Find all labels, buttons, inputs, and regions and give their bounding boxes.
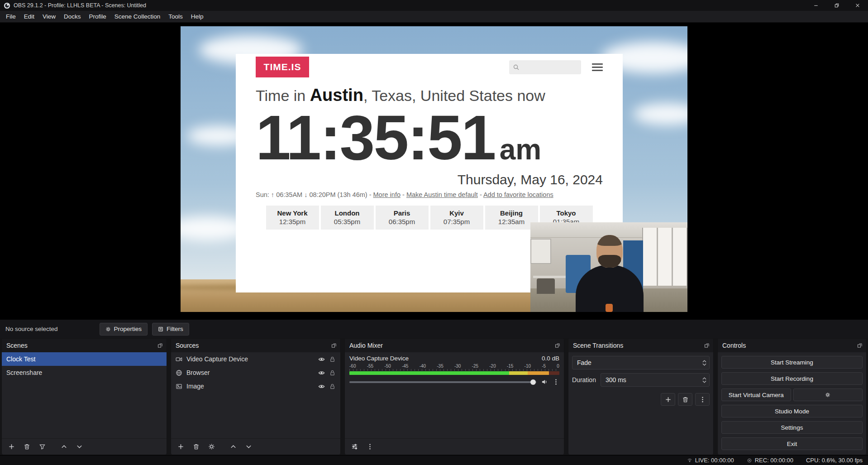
plus-icon: [8, 443, 15, 450]
scene-move-down-button[interactable]: [72, 441, 86, 453]
restore-button[interactable]: [826, 0, 847, 11]
speaker-icon[interactable]: [541, 379, 548, 385]
filters-icon: [158, 326, 163, 332]
sliders-icon: [351, 443, 358, 450]
favorite-link: Add to favorite locations: [483, 191, 553, 198]
cloud: [633, 103, 687, 125]
gear-icon: [105, 326, 111, 332]
kebab-menu-icon[interactable]: [553, 379, 559, 385]
lock-icon[interactable]: [329, 383, 336, 390]
transition-select[interactable]: Fade: [572, 356, 710, 369]
duration-spinbox[interactable]: 300 ms: [601, 373, 710, 387]
scenes-dock: Scenes Clock Test Screenshare: [1, 338, 167, 455]
make-default-link: Make Austin time default: [406, 191, 478, 198]
more-info-link: More info: [373, 191, 401, 198]
start-virtual-camera-button[interactable]: Start Virtual Camera: [721, 388, 791, 401]
visibility-eye-icon[interactable]: [318, 369, 325, 376]
controls-dock: Controls Start Streaming Start Recording…: [717, 338, 867, 455]
volume-slider[interactable]: [349, 381, 537, 383]
menu-tools[interactable]: Tools: [164, 11, 187, 22]
gear-icon: [825, 392, 830, 398]
status-bar: LIVE: 00:00:00 REC: 00:00:00 CPU: 0.6%, …: [0, 455, 868, 465]
preview-area: TIME.IS Time in Austin, Texas, United St…: [0, 23, 868, 319]
plus-icon: [177, 443, 184, 450]
mixer-menu-button[interactable]: [363, 441, 377, 453]
spinbox-arrows-icon[interactable]: [702, 377, 706, 383]
source-move-up-button[interactable]: [226, 441, 240, 453]
source-item-image[interactable]: Image: [171, 379, 340, 393]
menu-scene-collection[interactable]: Scene Collection: [110, 11, 164, 22]
source-item-browser[interactable]: Browser: [171, 366, 340, 379]
timeis-date: Thursday, May 16, 2024: [256, 172, 603, 187]
close-button[interactable]: [847, 0, 868, 11]
scene-transitions-dock: Scene Transitions Fade Duration 300 ms: [568, 338, 714, 455]
transitions-title: Scene Transitions: [573, 342, 623, 349]
live-status: LIVE: 00:00:00: [687, 457, 734, 464]
gear-icon: [208, 443, 215, 450]
audio-mixer-title: Audio Mixer: [349, 342, 383, 349]
scene-item-screenshare[interactable]: Screenshare: [2, 366, 167, 379]
trash-icon: [24, 443, 30, 450]
add-source-button[interactable]: [174, 441, 187, 453]
start-recording-button[interactable]: Start Recording: [721, 372, 863, 385]
popout-icon[interactable]: [857, 343, 863, 348]
scene-move-up-button[interactable]: [57, 441, 71, 453]
studio-mode-button[interactable]: Studio Mode: [721, 405, 863, 417]
menu-bar: File Edit View Docks Profile Scene Colle…: [0, 11, 868, 23]
sources-title: Sources: [176, 342, 199, 349]
lock-icon[interactable]: [329, 369, 336, 376]
trash-icon: [682, 396, 689, 403]
source-properties-button[interactable]: [205, 441, 218, 453]
sources-toolbar: [171, 438, 340, 455]
sources-dock-header: Sources: [171, 339, 340, 352]
menu-help[interactable]: Help: [187, 11, 208, 22]
add-scene-button[interactable]: [5, 441, 18, 453]
popout-icon[interactable]: [555, 343, 560, 348]
visibility-eye-icon[interactable]: [318, 356, 325, 363]
volume-slider-handle[interactable]: [530, 379, 536, 385]
source-item-video-capture-device[interactable]: Video Capture Device: [171, 352, 340, 366]
globe-icon: [176, 369, 182, 376]
scene-filters-button[interactable]: [35, 441, 49, 453]
advanced-audio-button[interactable]: [348, 441, 361, 453]
popout-icon[interactable]: [704, 343, 710, 348]
window-title: OBS 29.1.2 - Profile: LLHLS BETA - Scene…: [14, 2, 806, 9]
filters-button[interactable]: Filters: [152, 323, 189, 336]
record-icon: [747, 458, 752, 463]
menu-file[interactable]: File: [2, 11, 20, 22]
source-list: Video Capture Device Browser Image: [171, 352, 340, 438]
remove-transition-button[interactable]: [678, 393, 692, 406]
exit-button[interactable]: Exit: [721, 437, 863, 450]
search-icon: [513, 64, 520, 71]
title-bar: OBS 29.1.2 - Profile: LLHLS BETA - Scene…: [0, 0, 868, 11]
popout-icon[interactable]: [331, 343, 337, 348]
settings-button[interactable]: Settings: [721, 421, 863, 434]
properties-button[interactable]: Properties: [100, 323, 148, 336]
audio-mixer-dock-header: Audio Mixer: [345, 339, 564, 352]
remove-source-button[interactable]: [189, 441, 203, 453]
source-move-down-button[interactable]: [242, 441, 255, 453]
transitions-dock-header: Scene Transitions: [568, 339, 713, 352]
menu-view[interactable]: View: [38, 11, 60, 22]
start-streaming-button[interactable]: Start Streaming: [721, 356, 863, 369]
menu-edit[interactable]: Edit: [20, 11, 38, 22]
search-input: [509, 60, 581, 74]
minimize-button[interactable]: [806, 0, 826, 11]
menu-docks[interactable]: Docks: [60, 11, 85, 22]
city-new-york: New York12:35pm: [266, 206, 319, 230]
scene-item-clock-test[interactable]: Clock Test: [2, 352, 167, 366]
source-status-text: No source selected: [5, 326, 58, 332]
city-london: London05:35pm: [321, 206, 374, 230]
virtual-camera-config-button[interactable]: [793, 388, 863, 401]
remove-scene-button[interactable]: [20, 441, 33, 453]
mixer-db-value: 0.0 dB: [542, 355, 559, 362]
transition-properties-button[interactable]: [695, 393, 710, 406]
popout-icon[interactable]: [157, 343, 163, 348]
add-transition-button[interactable]: [661, 393, 675, 406]
menu-profile[interactable]: Profile: [85, 11, 110, 22]
lock-icon[interactable]: [329, 356, 336, 363]
city-kyiv: Kyiv07:35pm: [430, 206, 483, 230]
visibility-eye-icon[interactable]: [318, 383, 325, 390]
preview-canvas[interactable]: TIME.IS Time in Austin, Texas, United St…: [181, 26, 687, 312]
scene-list: Clock Test Screenshare: [2, 352, 167, 438]
